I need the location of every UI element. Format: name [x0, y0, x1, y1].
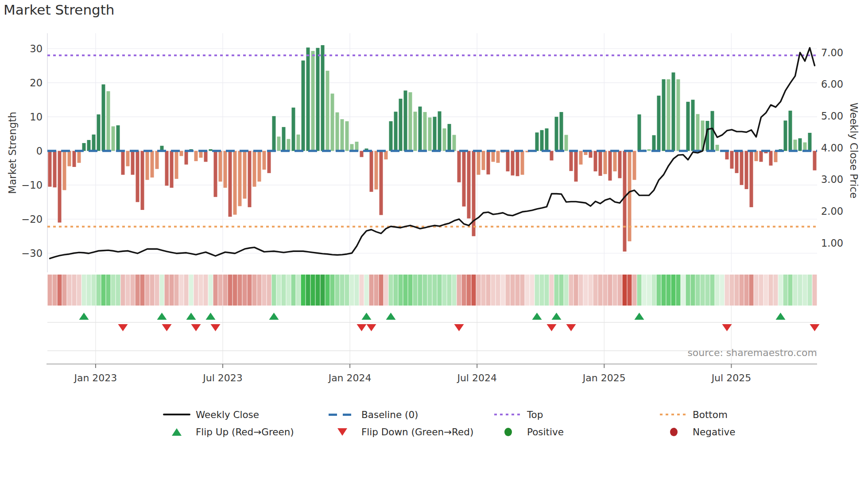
- heatmap-cell: [413, 275, 418, 306]
- heatmap-cell: [97, 275, 101, 306]
- strength-bar: [686, 102, 690, 151]
- strength-bar: [233, 151, 237, 215]
- strength-bar: [121, 151, 125, 175]
- orange-dotted-line-icon: [660, 410, 687, 419]
- heatmap-cell: [647, 275, 651, 306]
- strength-bar: [462, 151, 466, 207]
- strength-bar: [784, 120, 787, 151]
- strength-bar: [253, 151, 256, 187]
- heatmap-cell: [218, 275, 223, 306]
- heatmap-cell: [257, 275, 262, 306]
- heatmap-cell: [67, 275, 72, 306]
- heatmap-cell: [788, 275, 793, 306]
- strength-bar: [272, 116, 276, 151]
- heatmap-cell: [472, 275, 476, 306]
- heatmap-cell: [350, 275, 354, 306]
- heatmap-cell: [364, 275, 369, 306]
- legend: Weekly Close Baseline (0) Top Bottom Fli…: [163, 408, 736, 438]
- flip-up-marker: [186, 313, 196, 320]
- heatmap-cell: [813, 275, 817, 306]
- strength-bar: [467, 151, 471, 219]
- strength-bar: [457, 151, 461, 182]
- heatmap-cell: [306, 275, 310, 306]
- strength-bar: [155, 151, 159, 169]
- dark-red-circle-icon: [660, 427, 687, 437]
- strength-bar: [185, 151, 188, 165]
- strength-bar: [78, 151, 81, 163]
- heatmap-cell: [754, 275, 759, 306]
- strength-bar: [725, 151, 729, 159]
- strength-bar: [516, 151, 519, 176]
- heatmap-cell: [506, 275, 510, 306]
- strength-bar: [438, 111, 442, 151]
- heatmap-cell: [243, 275, 247, 306]
- heatmap-cell: [593, 275, 598, 306]
- strength-bar: [336, 112, 339, 151]
- strength-bar: [258, 151, 261, 182]
- right-tick-label: 4.00: [821, 142, 843, 154]
- strength-bar: [131, 151, 135, 175]
- flip-up-marker: [79, 313, 89, 320]
- flip-up-marker: [362, 313, 372, 320]
- strength-bar: [662, 79, 666, 151]
- strength-bar: [677, 79, 680, 151]
- strength-bar: [760, 151, 763, 162]
- left-tick-label: −30: [22, 248, 43, 259]
- strength-bar: [380, 151, 383, 215]
- strength-bar: [789, 111, 792, 151]
- heatmap-cell: [477, 275, 481, 306]
- heatmap-cell: [511, 275, 515, 306]
- right-tick-label: 1.00: [821, 237, 843, 249]
- strength-bar: [287, 139, 291, 151]
- strength-bars: [48, 45, 817, 252]
- heatmap-cell: [403, 275, 408, 306]
- heatmap-cell: [282, 275, 286, 306]
- heatmap-cell: [447, 275, 452, 306]
- left-tick-label: −10: [22, 179, 43, 191]
- strength-bar: [638, 114, 641, 151]
- heatmap-cell: [520, 275, 525, 306]
- right-tick-label: 5.00: [821, 110, 843, 122]
- strength-bar: [321, 45, 325, 151]
- heatmap-cell: [126, 275, 130, 306]
- strength-bar: [116, 125, 120, 151]
- strength-bar: [292, 108, 295, 151]
- strength-bar: [151, 151, 154, 178]
- heatmap-cell: [228, 275, 232, 306]
- left-tick-label: 10: [30, 111, 43, 123]
- heatmap-cell: [764, 275, 768, 306]
- flip-down-marker: [191, 324, 201, 331]
- flip-up-marker: [532, 313, 542, 320]
- heatmap-cell: [160, 275, 164, 306]
- strength-bar: [355, 142, 359, 151]
- strength-bar: [740, 151, 744, 185]
- flip-up-marker: [552, 313, 562, 320]
- strength-bar: [633, 151, 636, 180]
- strength-bar: [175, 151, 178, 179]
- strength-bar: [594, 151, 597, 171]
- heatmap-cell: [131, 275, 135, 306]
- flip-down-marker: [722, 324, 732, 331]
- strength-bar: [477, 151, 480, 175]
- strength-bar: [194, 151, 198, 161]
- strength-bar: [238, 151, 242, 206]
- strength-bar: [540, 130, 544, 151]
- legend-item-top: Top: [494, 408, 660, 421]
- strength-bar: [745, 151, 748, 189]
- heatmap-cell: [608, 275, 612, 306]
- strength-bar: [224, 151, 227, 188]
- strength-bar: [574, 151, 578, 182]
- heatmap-cell: [62, 275, 67, 306]
- strength-bar: [472, 151, 476, 236]
- strength-bar: [341, 119, 344, 151]
- strength-bar: [492, 151, 495, 162]
- heatmap-cell: [671, 275, 676, 306]
- heatmap-cell: [321, 275, 325, 306]
- heatmap-cell: [579, 275, 583, 306]
- heatmap-cell: [681, 275, 686, 306]
- axes: Jan 2023Jul 2023Jan 2024Jul 2024Jan 2025…: [22, 43, 844, 383]
- heatmap-cell: [545, 275, 549, 306]
- heatmap-cell: [438, 275, 442, 306]
- strength-bar: [433, 117, 437, 151]
- heatmap-cell: [87, 275, 91, 306]
